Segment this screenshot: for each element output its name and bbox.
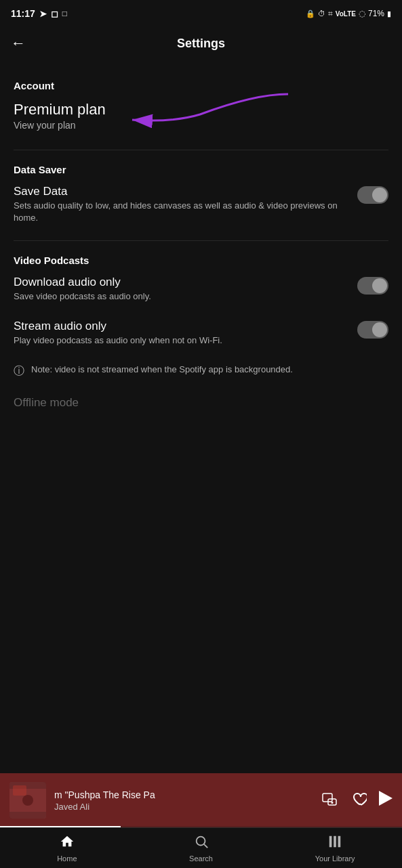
svg-point-3 — [22, 795, 33, 806]
time-display: 11:17 — [11, 8, 35, 19]
library-label: Your Library — [315, 854, 355, 863]
data-saver-section: Data Saver Save Data Sets audio quality … — [14, 164, 388, 224]
navigation-icon: ➤ — [39, 9, 47, 19]
account-section-header: Account — [14, 80, 388, 91]
album-art-image — [9, 782, 46, 819]
now-playing-artist: Javed Ali — [54, 802, 314, 812]
library-icon — [327, 834, 342, 853]
search-icon — [194, 834, 209, 853]
svg-point-7 — [331, 802, 334, 804]
video-note: ⓘ Note: video is not streamed when the S… — [14, 363, 388, 389]
svg-rect-5 — [323, 794, 332, 802]
premium-plan-subtitle: View your plan — [14, 120, 388, 131]
battery-icon: ▮ — [387, 9, 391, 18]
save-data-toggle[interactable] — [357, 186, 388, 204]
play-button[interactable] — [379, 791, 393, 810]
battery-display: 71% — [368, 9, 384, 18]
account-section: Account Premium plan View your plan — [14, 80, 388, 131]
signal-icon: ◌ — [359, 9, 365, 18]
alarm-icon: ⏱ — [318, 9, 325, 18]
svg-rect-12 — [334, 836, 336, 847]
now-playing-info: m "Pushpa The Rise Pa Javed Ali — [54, 789, 314, 812]
premium-plan-title: Premium plan — [14, 101, 388, 118]
save-data-subtitle: Sets audio quality to low, and hides can… — [14, 200, 344, 224]
nav-home[interactable]: Home — [0, 834, 134, 863]
now-playing-bar[interactable]: m "Pushpa The Rise Pa Javed Ali — [0, 773, 402, 827]
save-data-item: Save Data Sets audio quality to low, and… — [14, 185, 388, 224]
header: ← Settings — [0, 24, 402, 62]
photos-icon: □ — [62, 9, 67, 18]
download-audio-only-subtitle: Save video podcasts as audio only. — [14, 290, 344, 303]
svg-rect-13 — [338, 836, 341, 847]
settings-content: Account Premium plan View your plan Data… — [0, 62, 402, 773]
download-audio-only-text: Download audio only Save video podcasts … — [14, 276, 357, 303]
svg-marker-8 — [379, 791, 393, 806]
now-playing-title: m "Pushpa The Rise Pa — [54, 789, 314, 800]
stream-audio-only-subtitle: Play video podcasts as audio only when n… — [14, 334, 344, 347]
info-icon: ⓘ — [14, 364, 24, 378]
stream-audio-only-title: Stream audio only — [14, 320, 344, 333]
home-icon — [60, 834, 75, 853]
offline-mode-section: Offline mode — [14, 389, 388, 416]
back-button[interactable]: ← — [11, 35, 26, 52]
instagram-icon: ◻ — [51, 9, 58, 19]
wifi-icon: ⌗ — [328, 9, 333, 18]
nav-library[interactable]: Your Library — [268, 834, 402, 863]
save-data-title: Save Data — [14, 185, 344, 198]
download-audio-only-toggle[interactable] — [357, 277, 388, 295]
page-title: Settings — [177, 37, 225, 51]
stream-audio-only-text: Stream audio only Play video podcasts as… — [14, 320, 357, 347]
note-text: Note: video is not streamed when the Spo… — [31, 363, 293, 376]
video-podcasts-header: Video Podcasts — [14, 255, 388, 266]
status-bar: 11:17 ➤ ◻ □ 🔒 ⏱ ⌗ VoLTE ◌ 71% ▮ — [0, 0, 402, 24]
now-playing-controls — [322, 791, 393, 810]
album-art — [9, 782, 46, 819]
svg-line-10 — [204, 844, 207, 848]
search-label: Search — [189, 854, 213, 863]
offline-mode-title: Offline mode — [14, 396, 388, 410]
status-left: 11:17 ➤ ◻ □ — [11, 8, 67, 19]
home-label: Home — [57, 854, 77, 863]
download-audio-only-title: Download audio only — [14, 276, 344, 289]
svg-rect-11 — [329, 836, 332, 847]
download-audio-only-item: Download audio only Save video podcasts … — [14, 276, 388, 303]
bottom-nav: Home Search Your Library — [0, 827, 402, 868]
lock-icon: 🔒 — [306, 9, 315, 18]
svg-point-9 — [196, 836, 205, 845]
like-button[interactable] — [352, 792, 367, 809]
nav-search[interactable]: Search — [134, 834, 268, 863]
data-saver-header: Data Saver — [14, 164, 388, 175]
lte-icon: VoLTE — [336, 10, 356, 18]
divider-2 — [14, 240, 388, 241]
stream-audio-only-item: Stream audio only Play video podcasts as… — [14, 320, 388, 347]
connect-device-icon[interactable] — [322, 793, 340, 808]
stream-audio-only-toggle[interactable] — [357, 321, 388, 339]
divider-1 — [14, 150, 388, 150]
status-right: 🔒 ⏱ ⌗ VoLTE ◌ 71% ▮ — [306, 9, 391, 18]
premium-plan-item[interactable]: Premium plan View your plan — [14, 101, 388, 131]
svg-rect-4 — [13, 785, 26, 796]
video-podcasts-section: Video Podcasts Download audio only Save … — [14, 255, 388, 389]
save-data-text: Save Data Sets audio quality to low, and… — [14, 185, 357, 224]
